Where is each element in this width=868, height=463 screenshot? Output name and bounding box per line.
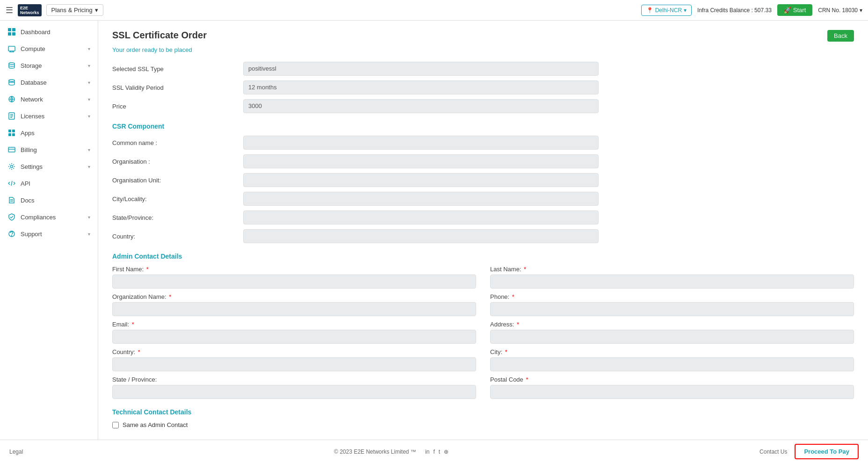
required-star: * [146, 266, 149, 273]
email-input[interactable] [112, 330, 476, 344]
database-icon [7, 78, 16, 87]
nav-left: ☰ E2ENetworks Plans & Pricing ▾ [6, 4, 636, 16]
admin-section-title: Admin Contact Details [112, 253, 854, 260]
twitter-icon[interactable]: t [439, 449, 440, 455]
svg-rect-4 [8, 46, 15, 51]
state-label: State/Province: [112, 214, 243, 221]
sidebar: Dashboard Compute ▾ Storage ▾ Database ▾ [0, 21, 98, 440]
state-province-input[interactable] [112, 385, 476, 399]
sidebar-item-licenses[interactable]: Licenses ▾ [0, 108, 98, 124]
sidebar-item-compute[interactable]: Compute ▾ [0, 40, 98, 57]
footer-copyright: © 2023 E2E Networks Limited ™ in f t ⊕ [23, 449, 760, 455]
ssl-validity-row: SSL Validity Period 12 months [112, 80, 854, 94]
proceed-to-pay-button[interactable]: Proceed To Pay [795, 444, 859, 459]
phone-label: Phone: * [490, 293, 854, 300]
plans-pricing-button[interactable]: Plans & Pricing ▾ [46, 4, 103, 16]
org-name-input[interactable] [112, 302, 476, 316]
same-as-admin-checkbox[interactable] [112, 422, 119, 428]
org-unit-row: Organisation Unit: [112, 173, 854, 187]
admin-country-field: Country: * [112, 348, 476, 371]
sidebar-label: Dashboard [21, 29, 90, 36]
footer: Legal © 2023 E2E Networks Limited ™ in f… [0, 440, 868, 463]
state-province-field: State / Province: [112, 376, 476, 399]
network-icon [7, 95, 16, 103]
csr-section-title: CSR Component [112, 123, 854, 130]
rocket-icon: 🚀 [784, 7, 791, 14]
sidebar-item-api[interactable]: API [0, 175, 98, 192]
chevron-icon: ▾ [88, 164, 90, 169]
sidebar-item-compliances[interactable]: Compliances ▾ [0, 209, 98, 225]
required-star: * [517, 321, 519, 328]
back-button[interactable]: Back [827, 30, 854, 42]
email-label: Email: * [112, 321, 476, 328]
city2-label: City: * [490, 348, 854, 355]
city2-input[interactable] [490, 357, 854, 371]
linkedin-icon[interactable]: in [425, 449, 429, 455]
organisation-input[interactable] [243, 154, 599, 168]
city-label: City/Locality: [112, 195, 243, 203]
sidebar-item-settings[interactable]: Settings ▾ [0, 158, 98, 175]
org-name-label: Organization Name: * [112, 293, 476, 300]
sidebar-item-dashboard[interactable]: Dashboard [0, 23, 98, 40]
first-name-input[interactable] [112, 275, 476, 289]
address-label: Address: * [490, 321, 854, 328]
legal-link[interactable]: Legal [9, 449, 23, 455]
crn-label[interactable]: CRN No. 18030 ▾ [818, 7, 862, 14]
sidebar-label: Compliances [21, 214, 83, 221]
address-field: Address: * [490, 321, 854, 344]
price-row: Price 3000 [112, 99, 854, 113]
sidebar-item-network[interactable]: Network ▾ [0, 91, 98, 108]
admin-form: First Name: * Last Name: * Organization … [112, 266, 854, 399]
last-name-input[interactable] [490, 275, 854, 289]
required-star: * [132, 321, 134, 328]
sidebar-label: Support [21, 231, 83, 238]
sidebar-item-billing[interactable]: Billing ▾ [0, 141, 98, 158]
api-icon [7, 179, 16, 188]
country-input[interactable] [243, 229, 599, 243]
region-selector[interactable]: 📍 Delhi-NCR ▾ [641, 5, 692, 16]
first-name-field: First Name: * [112, 266, 476, 289]
required-star: * [169, 293, 171, 300]
chevron-icon: ▾ [88, 80, 90, 85]
organisation-row: Organisation : [112, 154, 854, 168]
plans-pricing-label: Plans & Pricing [51, 7, 93, 14]
ssl-type-label: Selected SSL Type [112, 65, 243, 72]
chevron-icon: ▾ [88, 97, 90, 102]
common-name-row: Common name : [112, 136, 854, 150]
hamburger-icon[interactable]: ☰ [6, 5, 13, 15]
rss-icon[interactable]: ⊕ [444, 449, 448, 455]
main-layout: Dashboard Compute ▾ Storage ▾ Database ▾ [0, 21, 868, 440]
chevron-down-icon: ▾ [95, 7, 98, 14]
postal-code-input[interactable] [490, 385, 854, 399]
support-icon [7, 230, 16, 238]
org-unit-input[interactable] [243, 173, 599, 187]
org-name-field: Organization Name: * [112, 293, 476, 316]
svg-rect-17 [8, 130, 11, 132]
svg-rect-21 [8, 147, 15, 152]
address-input[interactable] [490, 330, 854, 344]
start-button[interactable]: 🚀 Start [777, 4, 812, 16]
sidebar-item-apps[interactable]: Apps [0, 124, 98, 141]
sidebar-label: API [21, 180, 90, 187]
compute-icon [7, 44, 16, 53]
state-row: State/Province: [112, 210, 854, 224]
email-field: Email: * [112, 321, 476, 344]
state-input[interactable] [243, 210, 599, 224]
contact-us-link[interactable]: Contact Us [760, 449, 787, 455]
sidebar-item-docs[interactable]: Docs [0, 192, 98, 209]
ssl-type-row: Selected SSL Type positivessl [112, 62, 854, 76]
last-name-label: Last Name: * [490, 266, 854, 273]
sidebar-item-storage[interactable]: Storage ▾ [0, 57, 98, 74]
sidebar-item-support[interactable]: Support ▾ [0, 225, 98, 242]
phone-input[interactable] [490, 302, 854, 316]
last-name-field: Last Name: * [490, 266, 854, 289]
sidebar-label: Compute [21, 45, 83, 52]
phone-field: Phone: * [490, 293, 854, 316]
admin-country-input[interactable] [112, 357, 476, 371]
city-input[interactable] [243, 192, 599, 206]
common-name-input[interactable] [243, 136, 599, 150]
compliances-icon [7, 213, 16, 221]
sidebar-label: Database [21, 79, 83, 86]
sidebar-item-database[interactable]: Database ▾ [0, 74, 98, 91]
facebook-icon[interactable]: f [434, 449, 435, 455]
